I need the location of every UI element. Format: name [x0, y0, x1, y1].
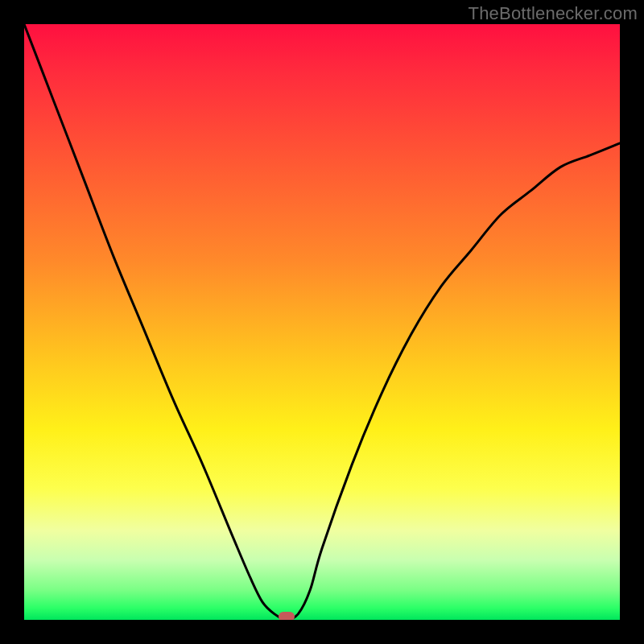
- plot-area: [24, 24, 620, 620]
- chart-frame: TheBottlenecker.com: [0, 0, 644, 644]
- bottleneck-curve: [24, 24, 620, 620]
- curve-path: [24, 24, 620, 620]
- minimum-marker: [279, 612, 295, 620]
- watermark-text: TheBottlenecker.com: [469, 3, 638, 24]
